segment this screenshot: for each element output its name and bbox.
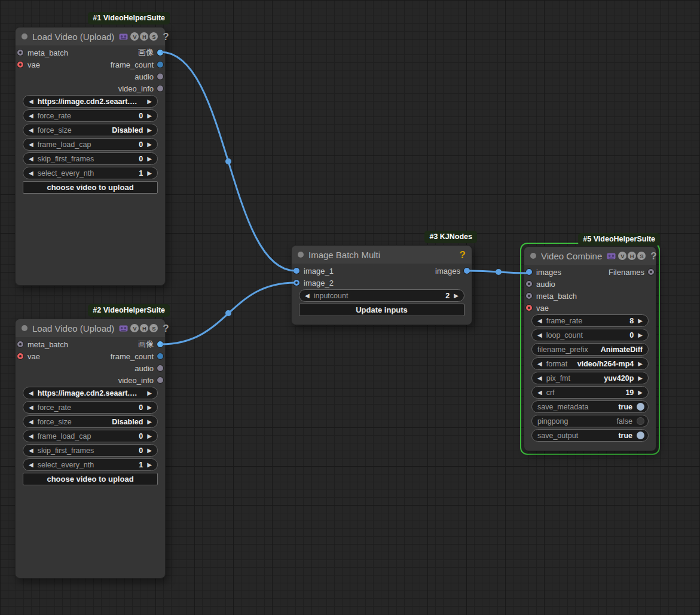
choose-video-button[interactable]: choose video to upload <box>23 181 158 194</box>
widget-crf[interactable]: ◀ crf 19 ▶ <box>531 386 649 399</box>
decrement-arrow-icon[interactable]: ◀ <box>29 448 33 454</box>
link-node2-to-node3[interactable] <box>161 283 295 344</box>
widget-video-combo[interactable]: ◀ https://image.cdn2.seaart.me/… ▶ <box>23 387 158 399</box>
widget-force-rate[interactable]: ◀ force_rate 0 ▶ <box>23 109 158 122</box>
toggle-off-dot[interactable] <box>637 417 644 425</box>
decrement-arrow-icon[interactable]: ◀ <box>29 462 33 468</box>
input-slot-dot[interactable] <box>294 280 299 286</box>
input-slot-dot[interactable] <box>526 269 532 275</box>
decrement-arrow-icon[interactable]: ◀ <box>29 390 33 396</box>
widget-force-size[interactable]: ◀ force_size Disabled ▶ <box>23 124 158 136</box>
decrement-arrow-icon[interactable]: ◀ <box>29 170 33 176</box>
node-video-combine[interactable]: Video Combine V H S ? images Filenames <box>524 246 656 451</box>
widget-frame-load-cap[interactable]: ◀ frame_load_cap 0 ▶ <box>23 430 158 442</box>
increment-arrow-icon[interactable]: ▶ <box>147 390 152 396</box>
increment-arrow-icon[interactable]: ▶ <box>147 99 152 105</box>
increment-arrow-icon[interactable]: ▶ <box>147 127 152 133</box>
output-slot-dot[interactable] <box>157 74 163 79</box>
link-midpoint-dot[interactable] <box>225 310 231 316</box>
node-titlebar[interactable]: Video Combine V H S ? <box>524 247 656 265</box>
link-midpoint-dot[interactable] <box>225 158 231 164</box>
increment-arrow-icon[interactable]: ▶ <box>147 419 152 425</box>
collapse-dot[interactable] <box>22 33 27 39</box>
widget-filename-prefix[interactable]: filename_prefix AnimateDiff <box>531 343 649 356</box>
node-image-batch-multi[interactable]: Image Batch Multi ? image_1 images image… <box>291 245 472 325</box>
help-icon[interactable]: ? <box>163 323 169 333</box>
node-load-video-upload-2[interactable]: Load Video (Upload) V H S ? meta_batch 画… <box>15 319 166 579</box>
input-slot-dot[interactable] <box>526 281 532 287</box>
decrement-arrow-icon[interactable]: ◀ <box>537 390 542 396</box>
widget-inputcount[interactable]: ◀ inputcount 2 ▶ <box>299 289 464 302</box>
output-slot-dot[interactable] <box>157 85 163 91</box>
output-slot-dot[interactable] <box>157 353 163 359</box>
increment-arrow-icon[interactable]: ▶ <box>147 142 152 148</box>
help-icon[interactable]: ? <box>650 251 656 261</box>
output-slot-dot[interactable] <box>157 365 163 371</box>
decrement-arrow-icon[interactable]: ◀ <box>537 318 542 324</box>
link-node1-to-node3[interactable] <box>161 52 295 271</box>
choose-video-button[interactable]: choose video to upload <box>23 473 158 485</box>
increment-arrow-icon[interactable]: ▶ <box>638 375 643 381</box>
node-titlebar[interactable]: Load Video (Upload) V H S ? <box>16 27 165 45</box>
input-slot-dot[interactable] <box>526 305 532 311</box>
increment-arrow-icon[interactable]: ▶ <box>638 318 643 324</box>
increment-arrow-icon[interactable]: ▶ <box>147 448 152 454</box>
input-slot-dot[interactable] <box>294 268 299 274</box>
increment-arrow-icon[interactable]: ▶ <box>147 113 152 119</box>
toggle-on-dot[interactable] <box>637 432 644 439</box>
decrement-arrow-icon[interactable]: ◀ <box>29 419 33 425</box>
decrement-arrow-icon[interactable]: ◀ <box>29 127 33 133</box>
output-slot-dot[interactable] <box>157 377 163 383</box>
input-slot-dot[interactable] <box>17 62 23 68</box>
widget-video-combo[interactable]: ◀ https://image.cdn2.seaart.me/… ▶ <box>23 95 158 108</box>
widget-format[interactable]: ◀ format video/h264-mp4 ▶ <box>531 357 649 370</box>
increment-arrow-icon[interactable]: ▶ <box>147 433 152 439</box>
increment-arrow-icon[interactable]: ▶ <box>147 405 152 411</box>
widget-force-size[interactable]: ◀ force_size Disabled ▶ <box>23 415 158 428</box>
widget-select-every-nth[interactable]: ◀ select_every_nth 1 ▶ <box>23 167 158 179</box>
output-slot-dot[interactable] <box>648 269 654 275</box>
increment-arrow-icon[interactable]: ▶ <box>454 293 458 299</box>
widget-force-rate[interactable]: ◀ force_rate 0 ▶ <box>23 401 158 414</box>
decrement-arrow-icon[interactable]: ◀ <box>537 332 542 338</box>
toggle-on-dot[interactable] <box>637 403 644 411</box>
widget-pingpong-toggle[interactable]: pingpong false <box>531 415 649 427</box>
widget-loop-count[interactable]: ◀ loop_count 0 ▶ <box>531 329 649 341</box>
decrement-arrow-icon[interactable]: ◀ <box>537 361 542 367</box>
decrement-arrow-icon[interactable]: ◀ <box>305 293 310 299</box>
input-slot-dot[interactable] <box>17 341 23 347</box>
increment-arrow-icon[interactable]: ▶ <box>147 156 152 162</box>
widget-save-output-toggle[interactable]: save_output true <box>531 429 649 442</box>
decrement-arrow-icon[interactable]: ◀ <box>29 99 33 105</box>
input-slot-dot[interactable] <box>17 353 23 359</box>
collapse-dot[interactable] <box>22 325 27 331</box>
link-node3-to-node5[interactable] <box>467 271 528 273</box>
update-inputs-button[interactable]: Update inputs <box>299 304 464 316</box>
widget-skip-first-frames[interactable]: ◀ skip_first_frames 0 ▶ <box>23 444 158 457</box>
link-midpoint-dot[interactable] <box>496 269 502 275</box>
decrement-arrow-icon[interactable]: ◀ <box>29 156 33 162</box>
widget-save-metadata-toggle[interactable]: save_metadata true <box>531 400 649 413</box>
widget-frame-load-cap[interactable]: ◀ frame_load_cap 0 ▶ <box>23 138 158 151</box>
decrement-arrow-icon[interactable]: ◀ <box>29 405 33 411</box>
increment-arrow-icon[interactable]: ▶ <box>638 361 643 367</box>
decrement-arrow-icon[interactable]: ◀ <box>537 375 542 381</box>
node-graph-canvas[interactable]: #1 VideoHelperSuite #2 VideoHelperSuite … <box>0 0 700 615</box>
node-titlebar[interactable]: Load Video (Upload) V H S ? <box>16 319 165 337</box>
output-slot-dot[interactable] <box>464 268 470 274</box>
widget-skip-first-frames[interactable]: ◀ skip_first_frames 0 ▶ <box>23 152 158 165</box>
node-titlebar[interactable]: Image Batch Multi ? <box>292 246 472 264</box>
help-icon[interactable]: ? <box>460 250 466 260</box>
widget-pix-fmt[interactable]: ◀ pix_fmt yuv420p ▶ <box>531 372 649 384</box>
output-slot-dot[interactable] <box>157 62 163 68</box>
decrement-arrow-icon[interactable]: ◀ <box>29 142 33 148</box>
increment-arrow-icon[interactable]: ▶ <box>638 390 643 396</box>
decrement-arrow-icon[interactable]: ◀ <box>29 113 33 119</box>
input-slot-dot[interactable] <box>17 50 23 56</box>
output-slot-dot[interactable] <box>157 341 163 347</box>
increment-arrow-icon[interactable]: ▶ <box>638 332 643 338</box>
collapse-dot[interactable] <box>298 252 304 258</box>
node-load-video-upload-1[interactable]: Load Video (Upload) V H S ? meta_batch 画… <box>15 27 166 286</box>
input-slot-dot[interactable] <box>526 293 532 299</box>
increment-arrow-icon[interactable]: ▶ <box>147 462 152 468</box>
